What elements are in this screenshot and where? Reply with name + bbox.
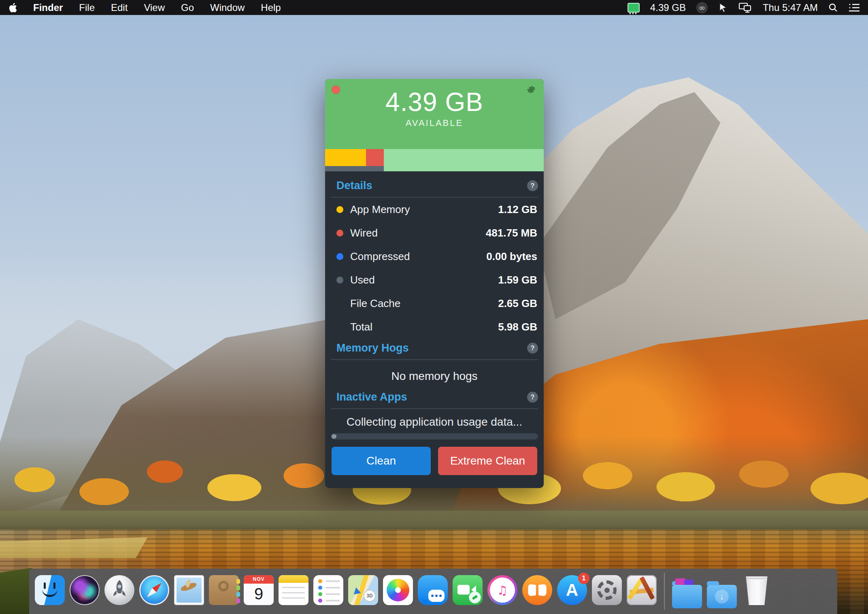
calendar-day: 9 <box>244 584 274 604</box>
dock-siri-icon[interactable] <box>70 575 100 605</box>
itunes-note-icon: ♫ <box>490 578 515 603</box>
bar-segment-wired <box>366 149 384 166</box>
row-label: Used <box>350 274 375 286</box>
reminders-bullet <box>318 592 322 596</box>
row-value: 5.98 GB <box>498 321 537 333</box>
row-label: Compressed <box>350 250 410 263</box>
row-label: File Cache <box>350 297 400 310</box>
menu-view[interactable]: View <box>144 2 165 13</box>
dock-itunes-icon[interactable]: ♫ <box>487 575 517 605</box>
row-value: 1.12 GB <box>498 203 537 216</box>
finder-smile <box>42 589 57 597</box>
dock-calendar-icon[interactable]: NOV 9 <box>244 575 274 605</box>
progress-indicator <box>332 434 336 439</box>
reminders-line <box>326 587 340 588</box>
dock-trash-icon[interactable] <box>742 575 772 605</box>
reminders-line <box>326 593 340 595</box>
facetime-handset-badge <box>469 591 481 603</box>
messages-bubble-tail <box>420 599 427 607</box>
notes-yellow-strip <box>279 575 308 583</box>
menu-go[interactable]: Go <box>181 2 194 13</box>
menu-help[interactable]: Help <box>261 2 281 13</box>
notes-line <box>282 592 305 593</box>
dock-mail-icon[interactable] <box>174 575 204 605</box>
collecting-status-message: Collecting application usage data... <box>325 409 544 429</box>
photos-flower-center <box>395 587 401 593</box>
facetime-camera <box>457 585 470 595</box>
dock-contacts-icon[interactable] <box>209 575 239 605</box>
dock-messages-icon[interactable] <box>418 575 448 605</box>
dock-reminders-icon[interactable] <box>313 575 343 605</box>
menu-file[interactable]: File <box>79 2 95 13</box>
close-button[interactable] <box>332 85 340 94</box>
creative-cloud-icon[interactable]: ∞ <box>696 2 708 13</box>
row-value: 0.00 bytes <box>486 250 537 263</box>
bar-used-strip <box>325 166 384 171</box>
finder-eye <box>44 582 46 589</box>
pointer-icon[interactable] <box>718 2 728 13</box>
dock-documents-stack[interactable] <box>672 585 702 608</box>
contacts-tab <box>236 579 240 584</box>
spotlight-icon[interactable] <box>828 3 838 13</box>
dock: NOV 9 3D <box>29 569 837 614</box>
window-header: 4.39 GB AVAILABLE <box>325 79 544 149</box>
row-value: 1.59 GB <box>498 274 537 286</box>
menu-app-name[interactable]: Finder <box>33 2 63 13</box>
inactive-apps-help-button[interactable]: ? <box>527 392 538 403</box>
bar-segment-app-memory <box>325 149 366 166</box>
memory-hogs-title: Memory Hogs <box>336 342 409 354</box>
extreme-clean-button[interactable]: Extreme Clean <box>438 447 537 475</box>
dock-generic-app-icon[interactable] <box>627 575 657 605</box>
reminders-bullet <box>318 579 322 583</box>
dock-maps-icon[interactable]: 3D <box>348 575 378 605</box>
dock-launchpad-icon[interactable] <box>104 575 134 605</box>
apple-menu-icon[interactable] <box>8 2 17 13</box>
settings-gear-icon[interactable] <box>526 85 537 96</box>
dock-app-store-icon[interactable]: A 1 <box>557 575 587 605</box>
memory-hogs-help-button[interactable]: ? <box>527 343 538 354</box>
dock-downloads-folder[interactable]: ↓ <box>707 585 737 608</box>
detail-row-app-memory: App Memory 1.12 GB <box>325 198 544 221</box>
window-body: Details ? App Memory 1.12 GB Wired 481.7… <box>325 171 544 475</box>
dock-safari-icon[interactable] <box>139 575 169 605</box>
dock-ibooks-icon[interactable] <box>522 575 552 605</box>
folder-front <box>672 585 702 608</box>
dock-separator <box>664 573 665 610</box>
download-arrow-icon: ↓ <box>715 590 729 603</box>
contacts-tab <box>236 592 240 597</box>
row-value: 2.65 GB <box>498 297 537 310</box>
contacts-tab <box>236 599 240 603</box>
dock-finder-icon[interactable] <box>35 575 65 605</box>
app-store-badge: 1 <box>578 573 589 584</box>
displays-icon[interactable] <box>738 2 752 13</box>
menubar-clock[interactable]: Thu 5:47 AM <box>763 2 818 13</box>
details-title: Details <box>336 179 372 192</box>
reminders-bullet <box>318 599 322 603</box>
details-help-button[interactable]: ? <box>527 180 538 191</box>
dock-system-preferences-icon[interactable] <box>592 575 622 605</box>
menu-edit[interactable]: Edit <box>111 2 128 13</box>
maps-3d-badge: 3D <box>364 590 376 602</box>
app-memory-dot-icon <box>336 206 343 213</box>
dock-photos-icon[interactable] <box>383 575 413 605</box>
detail-row-file-cache: File Cache 2.65 GB <box>325 292 544 315</box>
compressed-dot-icon <box>336 253 343 260</box>
details-rows: App Memory 1.12 GB Wired 481.75 MB Compr… <box>325 198 544 339</box>
calendar-month: NOV <box>244 575 274 584</box>
dock-facetime-icon[interactable] <box>453 575 483 605</box>
memory-chip-icon[interactable] <box>628 3 640 13</box>
inactive-apps-title: Inactive Apps <box>336 391 407 403</box>
notes-line <box>282 587 305 588</box>
menu-bar: Finder File Edit View Go Window Help 4.3… <box>0 0 868 15</box>
clean-button[interactable]: Clean <box>332 447 431 475</box>
notification-center-icon[interactable] <box>849 3 860 12</box>
detail-row-wired: Wired 481.75 MB <box>325 221 544 245</box>
row-label: Total <box>350 321 372 333</box>
menubar-memory-value[interactable]: 4.39 GB <box>650 2 686 13</box>
row-value: 481.75 MB <box>486 227 537 239</box>
used-dot-icon <box>336 277 343 284</box>
detail-row-total: Total 5.98 GB <box>325 315 544 339</box>
dock-notes-icon[interactable] <box>279 575 308 605</box>
menu-window[interactable]: Window <box>210 2 245 13</box>
folder-tab <box>707 581 719 585</box>
